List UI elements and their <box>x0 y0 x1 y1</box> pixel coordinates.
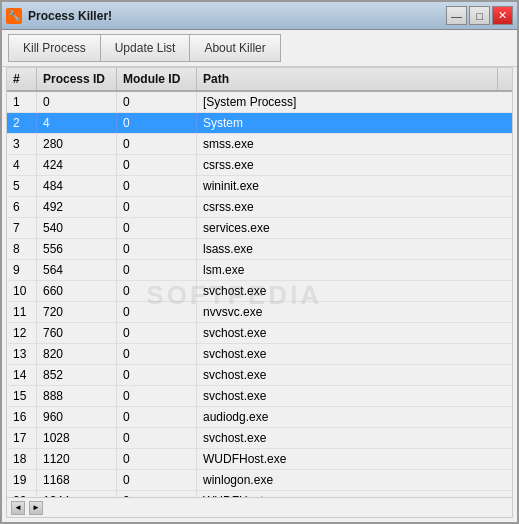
window-title: Process Killer! <box>28 9 112 23</box>
cell-path: winlogon.exe <box>197 470 512 490</box>
cell-path: audiodg.exe <box>197 407 512 427</box>
cell-path: lsass.exe <box>197 239 512 259</box>
process-table-container: # Process ID Module ID Path SOFTPEDIA 10… <box>6 67 513 518</box>
title-bar-controls: — □ ✕ <box>446 6 513 25</box>
table-row[interactable]: 169600audiodg.exe <box>7 407 512 428</box>
cell-path: WUDFHost.exe <box>197 449 512 469</box>
cell-pid: 760 <box>37 323 117 343</box>
cell-mid: 0 <box>117 407 197 427</box>
cell-pid: 720 <box>37 302 117 322</box>
app-icon: 🔧 <box>6 8 22 24</box>
cell-path: csrss.exe <box>197 197 512 217</box>
table-row[interactable]: 158880svchost.exe <box>7 386 512 407</box>
cell-pid: 888 <box>37 386 117 406</box>
cell-pid: 1028 <box>37 428 117 448</box>
cell-num: 12 <box>7 323 37 343</box>
table-row[interactable]: 106600svchost.exe <box>7 281 512 302</box>
table-row[interactable]: 1811200WUDFHost.exe <box>7 449 512 470</box>
cell-mid: 0 <box>117 281 197 301</box>
cell-pid: 484 <box>37 176 117 196</box>
cell-num: 14 <box>7 365 37 385</box>
cell-num: 16 <box>7 407 37 427</box>
process-table-body[interactable]: 100[System Process]240System32800smss.ex… <box>7 92 512 497</box>
update-list-button[interactable]: Update List <box>100 34 191 62</box>
cell-path: System <box>197 113 512 133</box>
cell-mid: 0 <box>117 344 197 364</box>
cell-path: lsm.exe <box>197 260 512 280</box>
cell-mid: 0 <box>117 239 197 259</box>
cell-pid: 492 <box>37 197 117 217</box>
cell-num: 18 <box>7 449 37 469</box>
cell-pid: 1168 <box>37 470 117 490</box>
cell-num: 5 <box>7 176 37 196</box>
table-row[interactable]: 64920csrss.exe <box>7 197 512 218</box>
toolbar: Kill Process Update List About Killer <box>2 30 517 67</box>
main-window: 🔧 Process Killer! — □ ✕ Kill Process Upd… <box>0 0 519 524</box>
cell-num: 6 <box>7 197 37 217</box>
col-header-num: # <box>7 68 37 90</box>
table-row[interactable]: 95640lsm.exe <box>7 260 512 281</box>
table-wrapper: SOFTPEDIA 100[System Process]240System32… <box>7 92 512 497</box>
col-header-scroll <box>498 68 512 90</box>
cell-num: 3 <box>7 134 37 154</box>
kill-process-button[interactable]: Kill Process <box>8 34 100 62</box>
cell-num: 13 <box>7 344 37 364</box>
cell-path: svchost.exe <box>197 281 512 301</box>
table-row[interactable]: 148520svchost.exe <box>7 365 512 386</box>
cell-num: 7 <box>7 218 37 238</box>
cell-pid: 820 <box>37 344 117 364</box>
table-row[interactable]: 138200svchost.exe <box>7 344 512 365</box>
cell-mid: 0 <box>117 197 197 217</box>
cell-mid: 0 <box>117 155 197 175</box>
restore-button[interactable]: □ <box>469 6 490 25</box>
table-row[interactable]: 75400services.exe <box>7 218 512 239</box>
cell-mid: 0 <box>117 218 197 238</box>
close-button[interactable]: ✕ <box>492 6 513 25</box>
table-row[interactable]: 44240csrss.exe <box>7 155 512 176</box>
table-row[interactable]: 2012440WUDFHost.exe <box>7 491 512 497</box>
minimize-button[interactable]: — <box>446 6 467 25</box>
cell-mid: 0 <box>117 176 197 196</box>
table-row[interactable]: 1710280svchost.exe <box>7 428 512 449</box>
cell-num: 15 <box>7 386 37 406</box>
cell-num: 9 <box>7 260 37 280</box>
cell-path: svchost.exe <box>197 344 512 364</box>
table-row[interactable]: 1911680winlogon.exe <box>7 470 512 491</box>
table-row[interactable]: 127600svchost.exe <box>7 323 512 344</box>
table-row[interactable]: 32800smss.exe <box>7 134 512 155</box>
cell-mid: 0 <box>117 113 197 133</box>
cell-num: 20 <box>7 491 37 497</box>
scroll-left-button[interactable]: ◄ <box>11 501 25 515</box>
cell-path: svchost.exe <box>197 386 512 406</box>
cell-pid: 556 <box>37 239 117 259</box>
table-row[interactable]: 240System <box>7 113 512 134</box>
cell-pid: 540 <box>37 218 117 238</box>
table-row[interactable]: 85560lsass.exe <box>7 239 512 260</box>
table-row[interactable]: 117200nvvsvc.exe <box>7 302 512 323</box>
table-header: # Process ID Module ID Path <box>7 68 512 92</box>
cell-num: 10 <box>7 281 37 301</box>
cell-path: svchost.exe <box>197 365 512 385</box>
cell-num: 11 <box>7 302 37 322</box>
cell-pid: 564 <box>37 260 117 280</box>
cell-num: 17 <box>7 428 37 448</box>
cell-mid: 0 <box>117 365 197 385</box>
cell-path: [System Process] <box>197 92 512 112</box>
cell-pid: 852 <box>37 365 117 385</box>
cell-mid: 0 <box>117 302 197 322</box>
cell-mid: 0 <box>117 491 197 497</box>
table-row[interactable]: 100[System Process] <box>7 92 512 113</box>
cell-num: 2 <box>7 113 37 133</box>
cell-mid: 0 <box>117 386 197 406</box>
col-header-path: Path <box>197 68 498 90</box>
scroll-right-button[interactable]: ► <box>29 501 43 515</box>
cell-num: 1 <box>7 92 37 112</box>
about-killer-button[interactable]: About Killer <box>190 34 280 62</box>
table-row[interactable]: 54840wininit.exe <box>7 176 512 197</box>
status-bar: ◄ ► <box>7 497 512 517</box>
cell-path: csrss.exe <box>197 155 512 175</box>
title-bar-left: 🔧 Process Killer! <box>6 8 112 24</box>
cell-mid: 0 <box>117 260 197 280</box>
cell-pid: 424 <box>37 155 117 175</box>
cell-pid: 1244 <box>37 491 117 497</box>
